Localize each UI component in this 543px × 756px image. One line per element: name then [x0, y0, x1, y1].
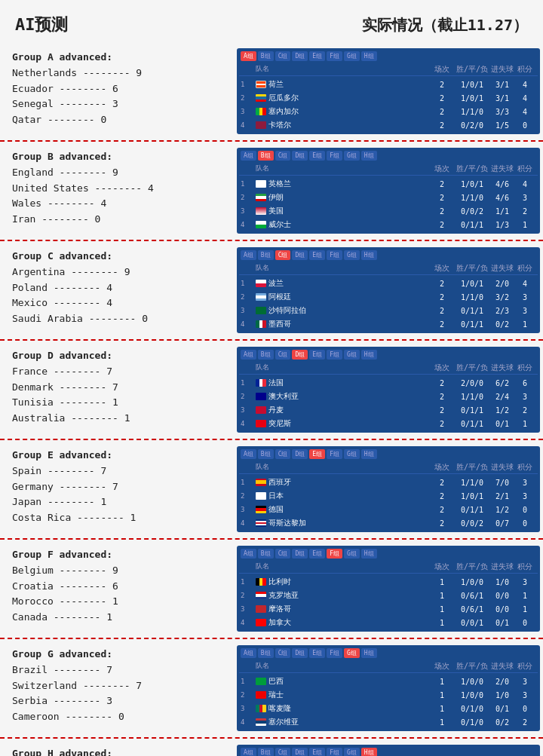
tab-G-7[interactable]: H组: [361, 648, 377, 658]
tab-F-2[interactable]: C组: [275, 549, 291, 559]
tab-D-2[interactable]: C组: [275, 350, 291, 360]
tab-H-2[interactable]: C组: [275, 748, 291, 756]
standing-row-F-1: 2 克罗地亚 10/6/10/01: [239, 589, 538, 602]
tab-F-5[interactable]: F组: [327, 549, 342, 559]
standings-tabs-E[interactable]: A组B组C组D组E组F组G组H组: [239, 448, 538, 460]
played-F-1: 1: [431, 592, 453, 600]
tab-D-3[interactable]: D组: [292, 350, 308, 360]
group-section-E: Group E advanced:Spain -------- 7Germany…: [0, 443, 543, 540]
tab-G-2[interactable]: C组: [275, 648, 291, 658]
tab-D-5[interactable]: F组: [327, 350, 342, 360]
pts-D-1: 3: [514, 393, 536, 401]
tab-H-7[interactable]: H组: [361, 748, 377, 756]
tab-G-4[interactable]: E组: [309, 648, 325, 658]
tab-F-3[interactable]: D组: [292, 549, 308, 559]
tab-E-4[interactable]: E组: [309, 449, 325, 459]
tab-D-0[interactable]: A组: [241, 350, 256, 360]
tab-B-2[interactable]: C组: [275, 151, 291, 161]
tab-A-4[interactable]: E组: [309, 51, 325, 61]
tab-B-3[interactable]: D组: [292, 151, 308, 161]
tab-C-7[interactable]: H组: [361, 250, 377, 260]
tab-F-7[interactable]: H组: [361, 549, 377, 559]
tab-G-0[interactable]: A组: [241, 648, 256, 658]
tab-C-2[interactable]: C组: [275, 250, 291, 260]
tab-A-3[interactable]: D组: [292, 51, 308, 61]
tab-F-6[interactable]: G组: [344, 549, 360, 559]
tab-E-5[interactable]: F组: [327, 449, 342, 459]
pts-C-2: 3: [514, 307, 536, 315]
tab-G-5[interactable]: F组: [327, 648, 342, 658]
standings-tabs-G[interactable]: A组B组C组D组E组F组G组H组: [239, 647, 538, 659]
tab-C-5[interactable]: F组: [327, 250, 342, 260]
tab-C-3[interactable]: D组: [292, 250, 308, 260]
tab-C-4[interactable]: E组: [309, 250, 325, 260]
tab-E-3[interactable]: D组: [292, 449, 308, 459]
standings-table-D: A组B组C组D组E组F组G组H组队名场次胜/平/负进失球积分1 法国 22/0/…: [237, 347, 540, 433]
team-name-D-1: 澳大利亚: [268, 391, 299, 402]
tab-D-6[interactable]: G组: [344, 350, 360, 360]
tab-E-1[interactable]: B组: [258, 449, 274, 459]
tab-C-1[interactable]: B组: [258, 250, 274, 260]
gd-E-2: 1/2: [491, 506, 514, 514]
tab-A-0[interactable]: A组: [241, 51, 256, 61]
tab-D-7[interactable]: H组: [361, 350, 377, 360]
rank-G-0: 1: [241, 678, 256, 685]
tab-B-4[interactable]: E组: [309, 151, 325, 161]
record-G-0: 1/0/0: [453, 678, 491, 686]
team-line-C-3: Saudi Arabia -------- 0: [12, 311, 226, 327]
tab-E-2[interactable]: C组: [275, 449, 291, 459]
tab-E-0[interactable]: A组: [241, 449, 256, 459]
team-name-G-0: 巴西: [268, 676, 284, 687]
tab-D-4[interactable]: E组: [309, 350, 325, 360]
tab-H-0[interactable]: A组: [241, 748, 256, 756]
gd-F-1: 0/0: [491, 592, 514, 600]
team-line-D-3: Australia -------- 1: [12, 411, 226, 427]
tab-H-6[interactable]: G组: [344, 748, 360, 756]
tab-B-6[interactable]: G组: [344, 151, 360, 161]
team-name-D-0: 法国: [268, 378, 284, 388]
tab-B-5[interactable]: F组: [327, 151, 342, 161]
tab-F-1[interactable]: B组: [258, 549, 274, 559]
pts-B-1: 3: [514, 194, 536, 202]
tab-G-3[interactable]: D组: [292, 648, 308, 658]
team-name-C-0: 波兰: [268, 278, 284, 289]
tab-F-4[interactable]: E组: [309, 549, 325, 559]
tab-B-0[interactable]: A组: [241, 151, 256, 161]
standings-tabs-B[interactable]: A组B组C组D组E组F组G组H组: [239, 150, 538, 161]
standings-tabs-A[interactable]: A组B组C组D组E组F组G组H组: [239, 51, 538, 62]
tab-E-6[interactable]: G组: [344, 449, 360, 459]
tab-C-6[interactable]: G组: [344, 250, 360, 260]
played-B-1: 2: [431, 194, 453, 202]
rank-C-0: 1: [241, 280, 256, 287]
tab-D-1[interactable]: B组: [258, 350, 274, 360]
pts-F-3: 0: [514, 619, 536, 627]
pts-D-0: 6: [514, 379, 536, 387]
tab-E-7[interactable]: H组: [361, 449, 377, 459]
col-headers-F: 队名场次胜/平/负进失球积分: [239, 561, 538, 574]
tab-B-1[interactable]: B组: [258, 151, 274, 161]
tab-G-1[interactable]: B组: [258, 648, 274, 658]
record-G-1: 1/0/0: [453, 691, 491, 699]
standings-tabs-C[interactable]: A组B组C组D组E组F组G组H组: [239, 249, 538, 261]
tab-H-4[interactable]: E组: [309, 748, 325, 756]
tab-A-5[interactable]: F组: [327, 51, 342, 61]
tab-G-6[interactable]: G组: [344, 648, 360, 658]
tab-F-0[interactable]: A组: [241, 549, 256, 559]
tab-A-2[interactable]: C组: [275, 51, 291, 61]
tab-A-7[interactable]: H组: [361, 51, 377, 61]
tab-A-6[interactable]: G组: [344, 51, 360, 61]
tab-A-1[interactable]: B组: [258, 51, 274, 61]
standings-tabs-H[interactable]: A组B组C组D组E组F组G组H组: [239, 747, 538, 756]
tab-H-3[interactable]: D组: [292, 748, 308, 756]
team-name-D-2: 丹麦: [268, 405, 284, 415]
tab-C-0[interactable]: A组: [241, 250, 256, 260]
standings-tabs-F[interactable]: A组B组C组D组E组F组G组H组: [239, 548, 538, 559]
record-A-1: 1/0/1: [453, 94, 491, 103]
tab-H-5[interactable]: F组: [327, 748, 342, 756]
team-cell-F-3: 加拿大: [256, 617, 431, 628]
group-title-A: Group A advanced:: [12, 50, 226, 66]
record-C-2: 0/1/1: [453, 307, 491, 315]
tab-H-1[interactable]: B组: [258, 748, 274, 756]
tab-B-7[interactable]: H组: [361, 151, 377, 161]
standings-tabs-D[interactable]: A组B组C组D组E组F组G组H组: [239, 349, 538, 360]
